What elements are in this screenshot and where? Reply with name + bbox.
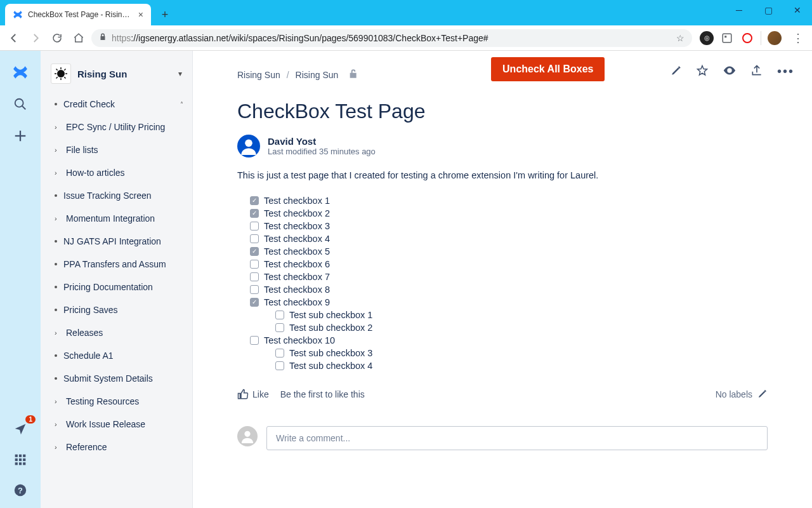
like-button[interactable]: Like — [237, 389, 269, 400]
chevron-right-icon: › — [55, 420, 60, 428]
sidebar-item[interactable]: Submit System Details — [41, 367, 192, 390]
checkbox[interactable] — [275, 361, 284, 370]
address-bar[interactable]: https://igsenergy.atlassian.net/wiki/spa… — [91, 29, 692, 47]
checkbox[interactable]: ✓ — [250, 209, 259, 218]
confluence-logo-icon[interactable] — [10, 62, 30, 83]
minimize-button[interactable]: ─ — [724, 0, 754, 20]
checkbox-row: Test checkbox 6 — [250, 258, 768, 271]
checkbox-row: ✓Test checkbox 1 — [250, 194, 768, 207]
svg-rect-13 — [19, 462, 22, 465]
sidebar-item[interactable]: ›File lists — [41, 138, 192, 161]
checkbox-label: Test checkbox 10 — [264, 335, 335, 345]
comment-input[interactable]: Write a comment... — [266, 426, 768, 450]
sidebar-item[interactable]: NJ GATS API Integration — [41, 230, 192, 253]
checkbox[interactable] — [250, 234, 259, 243]
star-icon[interactable] — [696, 64, 709, 79]
checkbox-row: ✓Test checkbox 9 — [250, 296, 768, 309]
sidebar-item[interactable]: ›Reference — [41, 436, 192, 458]
url-text: https://igsenergy.atlassian.net/wiki/spa… — [112, 33, 488, 43]
uncheck-all-button[interactable]: Uncheck All Boxes — [491, 57, 605, 81]
checkbox[interactable] — [250, 260, 259, 269]
svg-rect-10 — [19, 458, 22, 461]
checkbox[interactable] — [250, 285, 259, 294]
maximize-button[interactable]: ▢ — [754, 0, 783, 20]
chrome-menu-button[interactable]: ⋮ — [789, 31, 807, 45]
reload-button[interactable] — [48, 29, 66, 47]
notifications-icon[interactable]: 1 — [10, 419, 30, 439]
svg-rect-8 — [23, 455, 25, 457]
checkbox-label: Test checkbox 8 — [264, 284, 330, 295]
watch-icon[interactable] — [723, 64, 737, 79]
search-icon[interactable] — [10, 94, 30, 114]
checkbox[interactable]: ✓ — [250, 247, 259, 256]
bullet-icon — [55, 240, 57, 243]
sidebar-item[interactable]: Pricing Documentation — [41, 276, 192, 298]
chevron-right-icon: › — [55, 329, 60, 337]
checkbox[interactable]: ✓ — [250, 196, 259, 205]
chevron-right-icon: › — [55, 443, 60, 451]
sidebar-item[interactable]: PPA Transfers and Assum — [41, 253, 192, 276]
sidebar-item[interactable]: ›Releases — [41, 321, 192, 344]
sidebar-item-label: PPA Transfers and Assum — [63, 259, 166, 269]
extension-icon-1[interactable]: ◎ — [700, 31, 714, 45]
like-label: Like — [252, 389, 269, 399]
home-button[interactable] — [70, 29, 88, 47]
sidebar-item[interactable]: ›Testing Resources — [41, 390, 192, 413]
profile-avatar-icon[interactable] — [768, 31, 782, 45]
svg-point-28 — [244, 431, 250, 437]
sidebar-item[interactable]: ›EPC Sync / Utility Pricing — [41, 116, 192, 138]
close-tab-icon[interactable]: × — [138, 10, 143, 20]
space-sidebar: Rising Sun ▾ Credit Check˄›EPC Sync / Ut… — [41, 51, 193, 508]
author-name[interactable]: David Yost — [268, 136, 376, 147]
space-header[interactable]: Rising Sun ▾ — [41, 57, 192, 93]
sidebar-item[interactable]: ›Work Issue Release — [41, 413, 192, 436]
edit-icon[interactable] — [671, 65, 682, 78]
labels-section: No labels — [716, 389, 768, 401]
sidebar-item-label: EPC Sync / Utility Pricing — [66, 122, 165, 132]
sidebar-item[interactable]: ›Momentum Integration — [41, 207, 192, 230]
bookmark-star-icon[interactable]: ☆ — [676, 33, 684, 43]
like-row: Like Be the first to like this No labels — [193, 372, 812, 401]
forward-button — [27, 29, 44, 47]
new-tab-button[interactable]: + — [156, 6, 174, 23]
checkbox[interactable] — [250, 272, 259, 281]
checkbox[interactable] — [275, 323, 284, 332]
author-avatar-icon[interactable] — [237, 135, 260, 157]
checkbox-label: Test sub checkbox 3 — [289, 348, 372, 358]
app-switcher-icon[interactable] — [10, 450, 30, 470]
page-tree: Credit Check˄›EPC Sync / Utility Pricing… — [41, 93, 192, 458]
checkbox[interactable] — [250, 336, 259, 345]
sidebar-item[interactable]: Issue Tracking Screen — [41, 184, 192, 207]
sidebar-item-label: Releases — [66, 328, 103, 338]
back-button[interactable] — [5, 29, 23, 47]
extension-icon-2[interactable] — [720, 31, 734, 45]
browser-tab[interactable]: CheckBox Test Page - Rising Sun × — [5, 4, 151, 25]
svg-line-25 — [64, 69, 65, 70]
breadcrumb-item[interactable]: Rising Sun — [237, 70, 280, 80]
checkbox[interactable] — [275, 349, 284, 358]
sidebar-item[interactable]: Schedule A1 — [41, 344, 192, 367]
browser-toolbar: https://igsenergy.atlassian.net/wiki/spa… — [0, 25, 812, 51]
share-icon[interactable] — [750, 64, 763, 79]
close-window-button[interactable]: ✕ — [783, 0, 812, 20]
unrestricted-icon[interactable] — [348, 69, 358, 81]
create-icon[interactable] — [10, 126, 30, 146]
sidebar-item[interactable]: ›How-to articles — [41, 161, 192, 184]
checkbox-label: Test sub checkbox 2 — [289, 323, 372, 333]
breadcrumb-item[interactable]: Rising Sun — [296, 70, 339, 80]
checkbox[interactable] — [275, 311, 284, 319]
more-actions-icon[interactable]: ••• — [777, 64, 794, 79]
checkbox[interactable]: ✓ — [250, 298, 259, 307]
help-icon[interactable]: ? — [10, 480, 30, 500]
checkbox[interactable] — [250, 222, 259, 231]
notification-badge: 1 — [25, 415, 36, 424]
chevron-down-icon[interactable]: ▾ — [178, 69, 182, 78]
sidebar-item[interactable]: Pricing Saves — [41, 298, 192, 321]
no-labels-text: No labels — [716, 389, 752, 399]
sidebar-item-label: Work Issue Release — [66, 419, 145, 429]
sidebar-item[interactable]: Credit Check˄ — [41, 93, 192, 116]
extension-icon-3[interactable] — [740, 31, 754, 45]
svg-rect-9 — [15, 458, 18, 461]
chevron-up-icon: ˄ — [180, 101, 183, 108]
edit-labels-icon[interactable] — [757, 389, 768, 401]
